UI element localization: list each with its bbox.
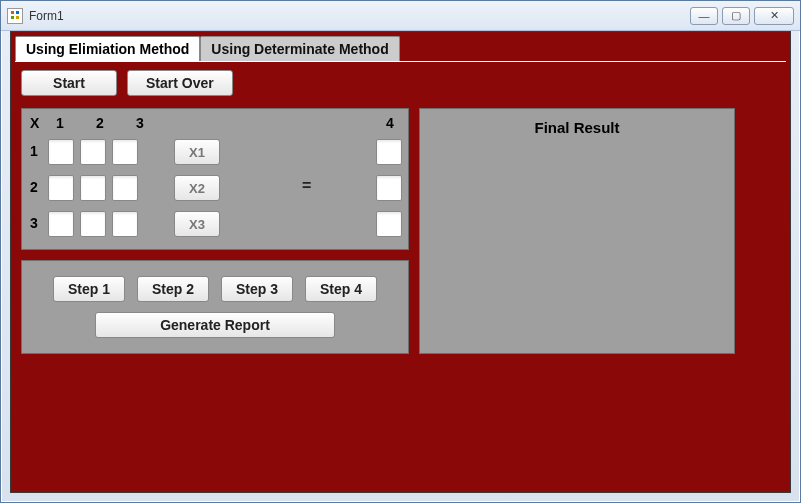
cell-2-2[interactable] — [80, 175, 106, 201]
rhs-1[interactable] — [376, 139, 402, 165]
row-header-1: 1 — [30, 143, 38, 159]
x2-button[interactable]: X2 — [174, 175, 220, 201]
generate-report-button[interactable]: Generate Report — [95, 312, 335, 338]
maximize-button[interactable]: ▢ — [722, 7, 750, 25]
window-buttons: — ▢ ✕ — [690, 7, 794, 25]
tab-strip: Using Elimiation Method Using Determinat… — [11, 32, 790, 61]
col-header-3: 3 — [136, 115, 144, 131]
start-button[interactable]: Start — [21, 70, 117, 96]
cell-3-2[interactable] — [80, 211, 106, 237]
minimize-button[interactable]: — — [690, 7, 718, 25]
left-column: X 1 2 3 4 1 2 3 X1 — [21, 108, 409, 354]
window-chrome: Form1 — ▢ ✕ Using Elimiation Method Usin… — [0, 0, 801, 503]
row-header-3: 3 — [30, 215, 38, 231]
col-header-1: 1 — [56, 115, 64, 131]
row-header-2: 2 — [30, 179, 38, 195]
result-panel: Final Result — [419, 108, 735, 354]
cell-1-3[interactable] — [112, 139, 138, 165]
start-over-button[interactable]: Start Over — [127, 70, 233, 96]
cell-1-2[interactable] — [80, 139, 106, 165]
tab-underline — [15, 61, 786, 62]
col-header-4: 4 — [386, 115, 394, 131]
matrix-corner: X — [30, 115, 39, 131]
app-icon — [7, 8, 23, 24]
tab-determinate[interactable]: Using Determinate Method — [200, 36, 399, 61]
cell-1-1[interactable] — [48, 139, 74, 165]
titlebar: Form1 — ▢ ✕ — [1, 1, 800, 31]
tab-content: Start Start Over X 1 2 3 4 1 2 3 — [17, 68, 784, 486]
close-button[interactable]: ✕ — [754, 7, 794, 25]
window-title: Form1 — [29, 9, 64, 23]
panels: X 1 2 3 4 1 2 3 X1 — [21, 108, 780, 354]
result-title: Final Result — [534, 119, 619, 136]
rhs-2[interactable] — [376, 175, 402, 201]
cell-2-3[interactable] — [112, 175, 138, 201]
step4-button[interactable]: Step 4 — [305, 276, 377, 302]
cell-3-1[interactable] — [48, 211, 74, 237]
equals-label: = — [302, 177, 311, 195]
step1-button[interactable]: Step 1 — [53, 276, 125, 302]
client-area: Using Elimiation Method Using Determinat… — [10, 31, 791, 493]
step3-button[interactable]: Step 3 — [221, 276, 293, 302]
matrix-panel: X 1 2 3 4 1 2 3 X1 — [21, 108, 409, 250]
x3-button[interactable]: X3 — [174, 211, 220, 237]
tab-elimination[interactable]: Using Elimiation Method — [15, 36, 200, 61]
step2-button[interactable]: Step 2 — [137, 276, 209, 302]
cell-2-1[interactable] — [48, 175, 74, 201]
x1-button[interactable]: X1 — [174, 139, 220, 165]
toolbar: Start Start Over — [21, 70, 784, 96]
steps-panel: Step 1 Step 2 Step 3 Step 4 Generate Rep… — [21, 260, 409, 354]
steps-row: Step 1 Step 2 Step 3 Step 4 — [53, 276, 377, 302]
col-header-2: 2 — [96, 115, 104, 131]
cell-3-3[interactable] — [112, 211, 138, 237]
rhs-3[interactable] — [376, 211, 402, 237]
